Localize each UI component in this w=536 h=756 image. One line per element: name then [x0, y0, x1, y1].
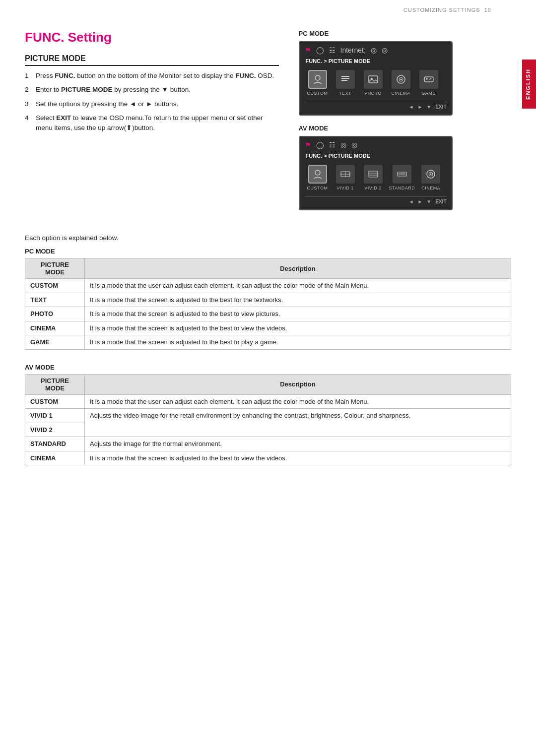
av-lg-icon: ⚑ — [305, 141, 311, 149]
av-settings-icon: ◯ — [316, 141, 324, 149]
osd-bottom-bar-pc: ◄ ► ▼ EXIT — [305, 102, 447, 110]
right-nav-icon: ► — [417, 104, 422, 110]
picture-mode-heading: PICTURE MODE — [25, 54, 279, 66]
left-column: FUNC. Setting PICTURE MODE 1 Press FUNC.… — [25, 30, 279, 219]
svg-rect-18 — [369, 171, 378, 177]
table-row: STANDARDAdjusts the image for the normal… — [25, 437, 511, 451]
text-label: TEXT — [339, 91, 351, 96]
globe-icon: Internet; — [340, 46, 366, 54]
av-table-col1: PICTURE MODE — [25, 374, 85, 394]
standard-icon — [393, 165, 411, 184]
grid-icon: ☷ — [329, 46, 335, 54]
game-icon — [419, 70, 438, 89]
desc-cell: It is a mode that the screen is adjusted… — [85, 451, 511, 465]
osd-item-game: GAME — [417, 70, 441, 96]
av-mode-osd-panel: ⚑ ◯ ☷ ◎ ◎ FUNC. > PICTURE MODE — [299, 136, 453, 210]
desc-cell: It is a mode that the user can adjust ea… — [85, 394, 511, 409]
av-mode-osd-items: CUSTOM VIVID 1 — [305, 163, 447, 192]
svg-rect-2 — [341, 78, 349, 79]
osd-item-cinema: CINEMA — [389, 70, 413, 96]
svg-rect-1 — [341, 76, 349, 77]
av-osd-title-bar: ⚑ ◯ ☷ ◎ ◎ — [305, 141, 447, 149]
osd-item-custom: CUSTOM — [306, 70, 330, 96]
av-cinema-label: CINEMA — [421, 186, 440, 190]
left-nav-icon: ◄ — [409, 104, 414, 110]
av-grid-icon: ☷ — [329, 141, 335, 149]
av-exit-label: EXIT — [435, 199, 446, 204]
osd-title-bar: ⚑ ◯ ☷ Internet; ◎ ◎ — [305, 46, 447, 54]
desc-cell: Adjusts the video image for the retail e… — [85, 409, 511, 437]
av-custom-icon — [308, 165, 327, 184]
mode-cell: PHOTO — [25, 307, 85, 321]
standard-label: STANDARD — [389, 186, 415, 190]
vivid1-icon — [336, 165, 355, 184]
av-osd-item-custom: CUSTOM — [306, 165, 330, 190]
step-1: 1 Press FUNC. button on the bottom of th… — [25, 71, 279, 81]
table-row: CUSTOMIt is a mode that the user can adj… — [25, 279, 511, 293]
svg-rect-22 — [399, 173, 405, 175]
page-title: FUNC. Setting — [25, 30, 279, 45]
vivid1-label: VIVID 1 — [336, 186, 354, 190]
vivid2-icon — [364, 165, 383, 184]
svg-point-13 — [429, 79, 430, 80]
step-4: 4 Select EXIT to leave the OSD menu.To r… — [25, 113, 279, 133]
table-row: VIVID 1Adjusts the video image for the r… — [25, 409, 511, 423]
step-3: 3 Set the options by pressing the ◄ or ►… — [25, 99, 279, 109]
settings-circle-icon: ◯ — [316, 46, 324, 54]
av-globe-icon: ◎ — [340, 141, 346, 149]
step-2: 2 Enter to PICTURE MODE by pressing the … — [25, 85, 279, 95]
av-osd-item-standard: STANDARD — [389, 165, 415, 190]
svg-point-8 — [400, 79, 402, 80]
av-right-nav-icon: ► — [417, 199, 422, 204]
svg-rect-3 — [341, 80, 347, 81]
pc-mode-osd-items: CUSTOM TEXT — [305, 68, 447, 98]
av-mode-label: AV MODE — [299, 125, 507, 132]
language-tab: ENGLISH — [522, 60, 536, 109]
explain-text: Each option is explained below. — [25, 234, 511, 242]
steps-list: 1 Press FUNC. button on the bottom of th… — [25, 71, 279, 133]
custom-label: CUSTOM — [307, 91, 328, 96]
av-custom-label: CUSTOM — [307, 186, 328, 190]
av-mode-table: PICTURE MODE Description CUSTOMIt is a m… — [25, 374, 511, 466]
mode-cell: VIVID 2 — [25, 423, 85, 437]
vivid2-label: VIVID 2 — [364, 186, 382, 190]
pc-mode-table: PICTURE MODE Description CUSTOMIt is a m… — [25, 258, 511, 350]
svg-point-0 — [315, 75, 320, 80]
av-osd-item-vivid1: VIVID 1 — [334, 165, 357, 190]
av-osd-item-vivid2: VIVID 2 — [361, 165, 385, 190]
pc-mode-table-title: PC MODE — [25, 248, 511, 255]
pc-mode-label: PC MODE — [299, 30, 507, 37]
desc-cell: Adjusts the image for the normal environ… — [85, 437, 511, 451]
av-osd-top-icons: ⚑ ◯ ☷ ◎ ◎ — [305, 141, 357, 149]
svg-rect-4 — [369, 76, 378, 83]
av-target-icon: ◎ — [351, 141, 357, 149]
desc-cell: It is a mode that the screen is adjusted… — [85, 335, 511, 350]
av-left-nav-icon: ◄ — [409, 199, 414, 204]
mode-cell: STANDARD — [25, 437, 85, 451]
av-down-nav-icon: ▼ — [426, 199, 431, 204]
game-label: GAME — [421, 91, 436, 96]
svg-point-12 — [430, 78, 431, 79]
photo-icon — [364, 70, 383, 89]
mode-cell: GAME — [25, 335, 85, 350]
mode-cell: CUSTOM — [25, 279, 85, 293]
mode-cell: TEXT — [25, 293, 85, 307]
pc-table-col1: PICTURE MODE — [25, 258, 85, 279]
desc-cell: It is a mode that the screen is adjusted… — [85, 293, 511, 307]
main-content: FUNC. Setting PICTURE MODE 1 Press FUNC.… — [0, 15, 536, 234]
explanation-section: Each option is explained below. PC MODE … — [0, 234, 536, 494]
av-mode-breadcrumb: FUNC. > PICTURE MODE — [305, 153, 447, 159]
right-column: PC MODE ⚑ ◯ ☷ Internet; ◎ ◎ FUNC. > — [299, 30, 507, 219]
pc-table-col2: Description — [85, 258, 511, 279]
osd-top-icons: ⚑ ◯ ☷ Internet; ◎ ◎ — [305, 46, 388, 54]
mode-cell: CUSTOM — [25, 394, 85, 409]
av-mode-table-title: AV MODE — [25, 364, 511, 371]
table-row: CINEMAIt is a mode that the screen is ad… — [25, 451, 511, 465]
lg-icon: ⚑ — [305, 46, 311, 54]
mode-cell: CINEMA — [25, 451, 85, 465]
table-row: PHOTOIt is a mode that the screen is adj… — [25, 307, 511, 321]
osd-bottom-bar-av: ◄ ► ▼ EXIT — [305, 196, 447, 204]
cinema-label: CINEMA — [391, 91, 410, 96]
osd-item-text: TEXT — [334, 70, 357, 96]
desc-cell: It is a mode that the user can adjust ea… — [85, 279, 511, 293]
